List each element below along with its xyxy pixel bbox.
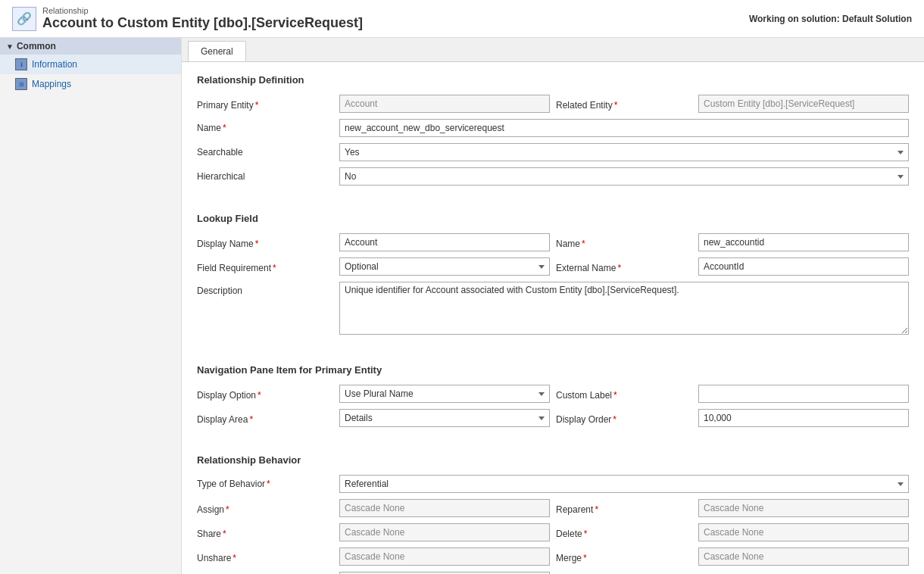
- lookup-name-field: [698, 233, 909, 251]
- share-field: Cascade None: [339, 523, 550, 541]
- assign-cell: Assign* Cascade None: [197, 499, 550, 517]
- field-requirement-field: Optional Business Required Business Reco…: [339, 257, 550, 276]
- breadcrumb: Relationship: [42, 6, 363, 15]
- display-name-label: Display Name*: [197, 236, 333, 249]
- type-behavior-field: Referential Parental Configurable Cascad…: [339, 475, 909, 493]
- assign-select[interactable]: Cascade None: [339, 499, 550, 517]
- external-name-cell: External Name*: [556, 257, 909, 276]
- assign-label: Assign*: [197, 502, 333, 515]
- hierarchical-select[interactable]: No Yes: [339, 167, 909, 186]
- primary-entity-cell: Primary Entity* Account: [197, 95, 550, 113]
- display-area-field: Details Marketing Sales Service: [339, 409, 550, 427]
- external-name-label: External Name*: [556, 260, 692, 273]
- searchable-select[interactable]: Yes No: [339, 143, 909, 161]
- primary-related-entity-row: Primary Entity* Account Related Entity*: [197, 95, 909, 113]
- display-name-cell: Display Name*: [197, 233, 550, 251]
- name-input[interactable]: [339, 119, 909, 137]
- custom-label-field: [698, 385, 909, 403]
- title-bar-texts: Relationship Account to Custom Entity [d…: [42, 6, 363, 31]
- assign-reparent-row: Assign* Cascade None Reparent*: [197, 499, 909, 517]
- type-behavior-label: Type of Behavior*: [197, 475, 333, 489]
- delete-label: Delete*: [556, 526, 692, 539]
- display-order-field: [698, 409, 909, 427]
- sidebar-item-information[interactable]: ℹ Information: [0, 55, 181, 74]
- sidebar: ▼ Common ℹ Information ⊞ Mappings: [0, 38, 182, 574]
- relationship-definition-title: Relationship Definition: [197, 74, 909, 86]
- mappings-icon: ⊞: [15, 78, 27, 90]
- navigation-pane-title: Navigation Pane Item for Primary Entity: [197, 364, 909, 376]
- unshare-select[interactable]: Cascade None: [339, 547, 550, 566]
- name-label: Name*: [197, 119, 333, 133]
- sidebar-item-mappings[interactable]: ⊞ Mappings: [0, 74, 181, 94]
- merge-cell: Merge* Cascade None: [556, 547, 909, 566]
- title-bar-left: 🔗 Relationship Account to Custom Entity …: [12, 6, 363, 31]
- display-option-field: Use Plural Name Use Custom Label Do Not …: [339, 385, 550, 403]
- unshare-label: Unshare*: [197, 551, 333, 563]
- form-content: Relationship Definition Primary Entity* …: [182, 62, 924, 574]
- share-select[interactable]: Cascade None: [339, 523, 550, 541]
- lookup-name-label: Name*: [556, 236, 692, 249]
- field-requirement-select[interactable]: Optional Business Required Business Reco…: [339, 257, 550, 276]
- page-title: Account to Custom Entity [dbo].[ServiceR…: [42, 15, 363, 31]
- display-area-order-row: Display Area* Details Marketing Sales Se…: [197, 409, 909, 427]
- tab-bar: General: [182, 38, 924, 62]
- unshare-merge-row: Unshare* Cascade None Merge*: [197, 547, 909, 566]
- hierarchical-row: Hierarchical No Yes: [197, 167, 909, 186]
- field-req-ext-row: Field Requirement* Optional Business Req…: [197, 257, 909, 276]
- main-layout: ▼ Common ℹ Information ⊞ Mappings Genera…: [0, 38, 924, 574]
- unshare-field: Cascade None: [339, 547, 550, 566]
- merge-field: Cascade None: [698, 547, 909, 566]
- merge-select[interactable]: Cascade None: [698, 547, 909, 566]
- primary-entity-label: Primary Entity*: [197, 98, 333, 111]
- content-area: General Relationship Definition Primary …: [182, 38, 924, 574]
- related-entity-label: Related Entity*: [556, 98, 692, 111]
- primary-entity-field: Account: [339, 95, 550, 113]
- display-option-select[interactable]: Use Plural Name Use Custom Label Do Not …: [339, 385, 550, 403]
- searchable-field: Yes No: [339, 143, 909, 161]
- searchable-label: Searchable: [197, 143, 333, 158]
- searchable-row: Searchable Yes No: [197, 143, 909, 161]
- share-label: Share*: [197, 526, 333, 539]
- working-on-label: Working on solution: Default Solution: [749, 14, 912, 24]
- display-area-cell: Display Area* Details Marketing Sales Se…: [197, 409, 550, 427]
- primary-entity-select[interactable]: Account: [339, 95, 550, 113]
- description-row: Description Unique identifier for Accoun…: [197, 282, 909, 337]
- unshare-cell: Unshare* Cascade None: [197, 547, 550, 566]
- description-textarea[interactable]: Unique identifier for Account associated…: [339, 282, 909, 335]
- reparent-field: Cascade None: [698, 499, 909, 517]
- display-option-custom-label-row: Display Option* Use Plural Name Use Cust…: [197, 385, 909, 403]
- field-requirement-cell: Field Requirement* Optional Business Req…: [197, 257, 550, 276]
- lookup-name-input[interactable]: [698, 233, 909, 251]
- external-name-input[interactable]: [698, 257, 909, 276]
- tab-general[interactable]: General: [188, 41, 246, 61]
- display-area-label: Display Area*: [197, 412, 333, 425]
- sidebar-arrow-icon: ▼: [6, 42, 14, 51]
- reparent-label: Reparent*: [556, 502, 692, 515]
- type-behavior-select[interactable]: Referential Parental Configurable Cascad…: [339, 475, 909, 493]
- field-requirement-label: Field Requirement*: [197, 260, 333, 273]
- app-container: 🔗 Relationship Account to Custom Entity …: [0, 0, 924, 574]
- display-name-field: [339, 233, 550, 251]
- custom-label-input[interactable]: [698, 385, 909, 403]
- share-cell: Share* Cascade None: [197, 523, 550, 541]
- display-name-input[interactable]: [339, 233, 550, 251]
- delete-select[interactable]: Cascade None: [698, 523, 909, 541]
- display-order-cell: Display Order*: [556, 409, 909, 427]
- relationship-icon: 🔗: [12, 7, 36, 31]
- display-order-label: Display Order*: [556, 412, 692, 425]
- delete-field: Cascade None: [698, 523, 909, 541]
- name-field: [339, 119, 909, 137]
- display-option-cell: Display Option* Use Plural Name Use Cust…: [197, 385, 550, 403]
- display-option-label: Display Option*: [197, 388, 333, 401]
- hierarchical-label: Hierarchical: [197, 167, 333, 182]
- sidebar-group-label: Common: [17, 41, 56, 51]
- related-entity-select[interactable]: Custom Entity [dbo].[ServiceRequest]: [698, 95, 909, 113]
- display-order-input[interactable]: [698, 409, 909, 427]
- information-icon: ℹ: [15, 58, 27, 70]
- name-row: Name*: [197, 119, 909, 137]
- reparent-select[interactable]: Cascade None: [698, 499, 909, 517]
- sidebar-group-common: ▼ Common: [0, 38, 181, 55]
- share-delete-row: Share* Cascade None Delete*: [197, 523, 909, 541]
- display-area-select[interactable]: Details Marketing Sales Service: [339, 409, 550, 427]
- description-label: Description: [197, 282, 333, 296]
